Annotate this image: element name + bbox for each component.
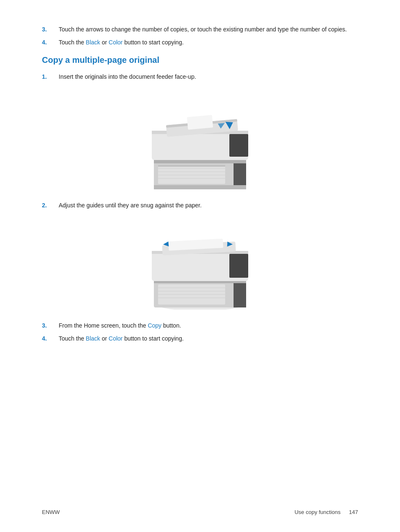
- printer-image-1: [42, 93, 358, 189]
- black-link-bottom[interactable]: Black: [86, 335, 100, 342]
- step-text-1: Insert the originals into the document f…: [59, 72, 358, 81]
- step-text-4-top: Touch the Black or Color button to start…: [59, 38, 358, 47]
- section-heading: Copy a multiple-page original: [42, 55, 358, 65]
- svg-rect-30: [229, 254, 248, 278]
- svg-rect-6: [158, 165, 225, 167]
- footer-page-num: 147: [349, 509, 358, 515]
- footer-left: ENWW: [42, 509, 60, 515]
- copy-link-bottom[interactable]: Copy: [148, 322, 161, 329]
- svg-rect-13: [229, 134, 248, 157]
- black-link-top[interactable]: Black: [86, 39, 100, 46]
- step-num-2: 2.: [42, 201, 59, 210]
- footer-section-label: Use copy functions: [294, 509, 340, 515]
- printer-image-2: [42, 222, 358, 310]
- step-1: 1. Insert the originals into the documen…: [42, 72, 358, 81]
- step-4-bottom: 4. Touch the Black or Color button to st…: [42, 334, 358, 343]
- step-num-4-top: 4.: [42, 38, 59, 47]
- svg-rect-22: [234, 283, 246, 307]
- step-num-1: 1.: [42, 72, 59, 81]
- page-content: 3. Touch the arrows to change the number…: [0, 0, 400, 381]
- step-text-2: Adjust the guides until they are snug ag…: [59, 201, 358, 210]
- step-text-3-top: Touch the arrows to change the number of…: [59, 25, 358, 34]
- footer-right: Use copy functions 147: [294, 509, 358, 515]
- step-text-4-bottom: Touch the Black or Color button to start…: [59, 334, 358, 343]
- step-text-3-bottom: From the Home screen, touch the Copy but…: [59, 321, 358, 330]
- step-num-3-top: 3.: [42, 25, 59, 34]
- color-link-bottom[interactable]: Color: [109, 335, 122, 342]
- step-num-3-bottom: 3.: [42, 321, 59, 330]
- step-2: 2. Adjust the guides until they are snug…: [42, 201, 358, 210]
- step-4-top: 4. Touch the Black or Color button to st…: [42, 38, 358, 47]
- color-link-top[interactable]: Color: [109, 39, 122, 46]
- svg-rect-5: [158, 165, 225, 184]
- printer-illustration-1: [133, 93, 267, 189]
- svg-rect-16: [187, 115, 213, 129]
- printer-illustration-2: [133, 222, 267, 310]
- step-3-bottom: 3. From the Home screen, touch the Copy …: [42, 321, 358, 330]
- step-num-4-bottom: 4.: [42, 334, 59, 343]
- svg-rect-2: [154, 160, 246, 163]
- footer: ENWW Use copy functions 147: [0, 509, 400, 515]
- svg-rect-4: [154, 185, 246, 189]
- step-3-top: 3. Touch the arrows to change the number…: [42, 25, 358, 34]
